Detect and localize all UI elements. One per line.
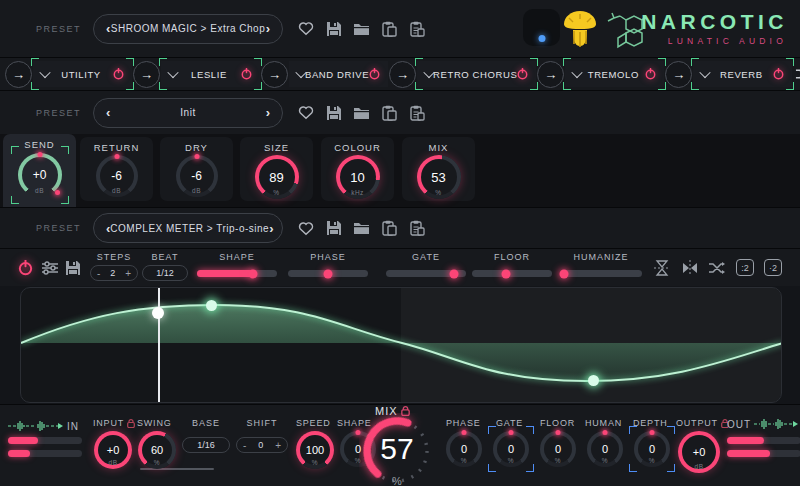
preset-prev-icon[interactable]: ‹	[106, 21, 110, 36]
half-time-button[interactable]: :2	[736, 259, 754, 276]
chain-slot-leslie[interactable]: LESLIE	[161, 61, 260, 87]
wave-handle[interactable]	[588, 375, 599, 386]
chain-arrow-icon[interactable]: →	[537, 61, 564, 88]
preset-prev-icon[interactable]: ‹	[106, 105, 110, 120]
chain-arrow-icon[interactable]: →	[261, 61, 288, 88]
shuffle-chain-icon[interactable]	[795, 66, 800, 83]
copy-icon[interactable]	[381, 104, 398, 121]
mix-big-knob[interactable]: 57 %	[359, 413, 435, 485]
slider-handle[interactable]	[501, 269, 510, 278]
shift-stepper[interactable]: - 0 +	[236, 437, 288, 453]
lfo-power-icon[interactable]	[18, 260, 33, 280]
steps-minus-button[interactable]: -	[97, 268, 100, 279]
browse-folder-icon[interactable]	[353, 104, 370, 121]
double-time-button[interactable]: ·2	[764, 259, 782, 276]
preset-next-icon[interactable]: ›	[269, 221, 273, 236]
tab-send[interactable]: SEND +0 dB	[3, 134, 76, 207]
slider-handle[interactable]	[450, 269, 459, 278]
copy-icon[interactable]	[381, 220, 398, 237]
chain-slot-reverb[interactable]: REVERB	[693, 61, 792, 87]
favorite-heart-icon[interactable]	[297, 104, 314, 121]
slider-handle[interactable]	[324, 269, 333, 278]
power-icon[interactable]	[369, 68, 380, 80]
favorite-heart-icon[interactable]	[297, 20, 314, 37]
power-icon[interactable]	[645, 68, 656, 80]
paste-icon[interactable]	[409, 20, 426, 37]
save-icon[interactable]	[325, 20, 342, 37]
depth-knob[interactable]: 0 %	[634, 431, 670, 467]
phase-slider[interactable]	[288, 270, 368, 277]
tab-colour[interactable]: COLOUR 10 kHz	[321, 137, 394, 201]
favorite-heart-icon[interactable]	[297, 220, 314, 237]
beat-select[interactable]: 1/12	[142, 265, 188, 281]
chain-slot-retro-chorus[interactable]: RETRO CHORUS	[417, 61, 536, 87]
bypass-indicator-button[interactable]	[523, 9, 560, 46]
preset-selector[interactable]: ‹ COMPLEX METER > Trip-o-sine ›	[93, 213, 283, 243]
randomize-shuffle-icon[interactable]	[708, 261, 726, 279]
shift-minus-button[interactable]: -	[243, 440, 246, 451]
chevron-down-icon[interactable]	[572, 67, 583, 78]
shift-plus-button[interactable]: +	[275, 440, 281, 451]
steps-plus-button[interactable]: +	[125, 268, 131, 279]
flip-vertical-icon[interactable]	[653, 259, 671, 281]
paste-icon[interactable]	[409, 220, 426, 237]
floor-knob[interactable]: 0 %	[540, 431, 576, 467]
human-knob[interactable]: 0 %	[587, 431, 623, 467]
preset-next-icon[interactable]: ›	[266, 21, 270, 36]
chain-arrow-icon[interactable]: →	[665, 61, 692, 88]
humanize-slider[interactable]	[560, 270, 642, 277]
slider-handle[interactable]	[249, 269, 258, 278]
chain-slot-utility[interactable]: UTILITY	[33, 61, 132, 87]
chain-slot-tremolo[interactable]: TREMOLO	[565, 61, 664, 87]
chain-arrow-icon[interactable]: →	[5, 61, 32, 88]
power-icon[interactable]	[241, 68, 252, 80]
flip-horizontal-icon[interactable]	[681, 259, 699, 281]
lfo-settings-icon[interactable]	[42, 261, 58, 279]
power-icon[interactable]	[113, 68, 124, 80]
chevron-down-icon[interactable]	[39, 67, 50, 78]
floor-slider[interactable]	[472, 270, 552, 277]
gate-slider[interactable]	[386, 270, 466, 277]
preset-next-icon[interactable]: ›	[266, 105, 270, 120]
mix-macro-knob[interactable]: 53 %	[417, 155, 461, 199]
lfo-wave-editor[interactable]	[20, 287, 782, 403]
browse-folder-icon[interactable]	[353, 220, 370, 237]
colour-knob[interactable]: 10 kHz	[336, 155, 380, 199]
power-icon[interactable]	[773, 68, 784, 80]
speed-knob[interactable]: 100 %	[296, 431, 334, 469]
save-icon[interactable]	[325, 220, 342, 237]
save-icon[interactable]	[325, 104, 342, 121]
send-knob[interactable]: +0 dB	[18, 153, 62, 197]
dry-knob[interactable]: -6 dB	[176, 155, 218, 197]
browse-folder-icon[interactable]	[353, 20, 370, 37]
input-knob[interactable]: +0 dB	[94, 431, 132, 469]
chevron-down-icon[interactable]	[167, 67, 178, 78]
tab-size[interactable]: SIZE 89 %	[240, 137, 313, 201]
chain-slot-band-drive[interactable]: BAND DRIVE	[289, 61, 388, 87]
preset-selector[interactable]: ‹ Init ›	[93, 98, 283, 128]
phase-knob[interactable]: 0 %	[446, 431, 482, 467]
slider-handle[interactable]	[560, 269, 569, 278]
base-select[interactable]: 1/16	[182, 437, 230, 453]
chain-arrow-icon[interactable]: →	[389, 61, 416, 88]
gate-knob[interactable]: 0 %	[493, 431, 529, 467]
lock-icon[interactable]	[127, 419, 135, 428]
output-knob[interactable]: +0 dB	[678, 431, 720, 473]
power-icon[interactable]	[517, 68, 528, 80]
chevron-down-icon[interactable]	[700, 67, 711, 78]
tab-return[interactable]: RETURN -6 dB	[80, 137, 153, 201]
tab-dry[interactable]: DRY -6 dB	[160, 137, 233, 201]
steps-stepper[interactable]: - 2 +	[90, 265, 138, 281]
return-knob[interactable]: -6 dB	[96, 155, 138, 197]
chain-arrow-icon[interactable]: →	[133, 61, 160, 88]
preset-selector[interactable]: ‹ SHROOM MAGIC > Extra Chop ›	[93, 14, 283, 44]
wave-handle[interactable]	[206, 300, 217, 311]
paste-icon[interactable]	[409, 104, 426, 121]
copy-icon[interactable]	[381, 20, 398, 37]
shape-slider[interactable]	[197, 270, 277, 277]
tab-mix[interactable]: MIX 53 %	[402, 137, 475, 201]
output-label: OUTPUT	[676, 418, 729, 428]
lfo-save-icon[interactable]	[65, 260, 81, 280]
swing-knob[interactable]: 60 %	[138, 431, 176, 469]
size-knob[interactable]: 89 %	[255, 155, 299, 199]
